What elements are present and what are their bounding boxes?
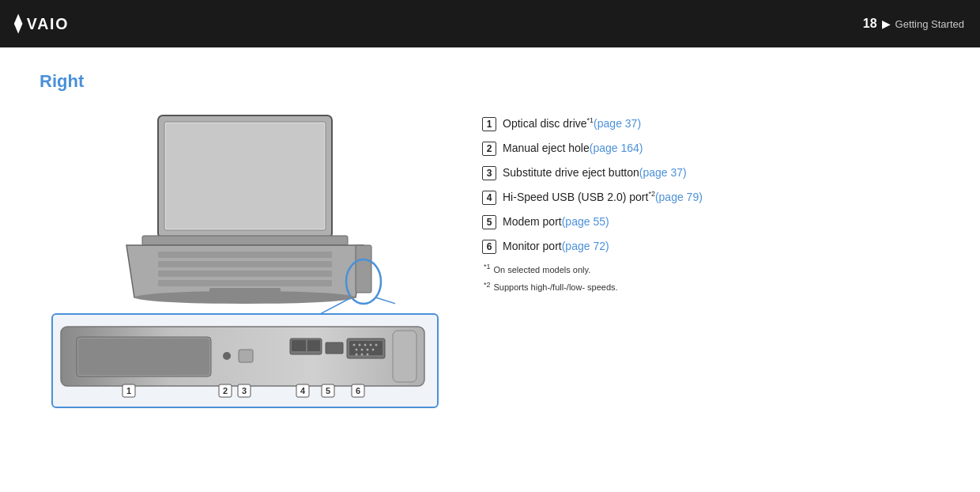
- item-number-1: 1: [482, 117, 496, 131]
- svg-point-12: [134, 291, 356, 304]
- list-item: 5 Modem port (page 55): [482, 214, 940, 230]
- svg-text:VAIO: VAIO: [27, 15, 69, 32]
- svg-text:4: 4: [300, 386, 306, 395]
- content-row: 1 2 3 4 5 6: [40, 108, 940, 408]
- svg-point-26: [353, 344, 356, 346]
- item-number-6: 6: [482, 240, 496, 254]
- svg-point-28: [364, 344, 367, 346]
- main-content: Right: [0, 47, 980, 492]
- svg-rect-10: [356, 245, 371, 293]
- svg-text:2: 2: [223, 386, 228, 395]
- list-item: 3 Substitute drive eject button (page 37…: [482, 165, 940, 181]
- svg-rect-3: [166, 123, 324, 229]
- laptop-illustration: [95, 108, 395, 321]
- item-link-6[interactable]: (page 72): [562, 238, 609, 255]
- svg-point-32: [361, 349, 364, 351]
- footnote-text-2: Supports high-/full-/low- speeds.: [494, 282, 618, 292]
- zoom-detail-svg: 1 2 3 4 5 6: [53, 315, 439, 408]
- svg-text:1: 1: [126, 386, 131, 395]
- vaio-logo: VAIO: [13, 11, 97, 36]
- svg-point-27: [359, 344, 361, 346]
- items-list: 1 Optical disc drive*1 (page 37) 2 Manua…: [482, 108, 940, 292]
- footnote-1: *1 On selected models only.: [484, 263, 940, 274]
- item-number-5: 5: [482, 215, 496, 229]
- footnote-marker-2: *2: [484, 281, 491, 293]
- item-text-1: Optical disc drive*1: [503, 115, 594, 132]
- item-text-2: Manual eject hole: [503, 140, 590, 157]
- item-text-4: Hi-Speed USB (USB 2.0) port*2: [503, 189, 655, 206]
- list-item: 1 Optical disc drive*1 (page 37): [482, 115, 940, 132]
- item-link-2[interactable]: (page 164): [590, 140, 643, 157]
- svg-rect-4: [142, 236, 348, 245]
- section-title: Getting Started: [895, 18, 964, 30]
- svg-rect-5: [158, 252, 332, 258]
- item-number-4: 4: [482, 191, 496, 205]
- svg-point-35: [356, 354, 358, 356]
- svg-point-31: [356, 349, 358, 351]
- item-link-4[interactable]: (page 79): [655, 189, 703, 206]
- footnote-marker-1: *1: [484, 263, 491, 274]
- footnote-text-1: On selected models only.: [494, 265, 591, 274]
- section-heading: Right: [40, 71, 940, 92]
- item-link-1[interactable]: (page 37): [594, 115, 641, 132]
- zoom-detail-box: 1 2 3 4 5 6: [51, 313, 439, 408]
- svg-rect-19: [239, 350, 253, 362]
- svg-rect-25: [349, 341, 383, 355]
- svg-point-37: [367, 354, 369, 356]
- svg-rect-21: [292, 340, 306, 351]
- svg-text:6: 6: [356, 386, 360, 395]
- svg-rect-8: [158, 280, 332, 286]
- svg-rect-22: [307, 340, 320, 351]
- list-item: 6 Monitor port (page 72): [482, 238, 940, 255]
- item-link-3[interactable]: (page 37): [639, 165, 687, 181]
- svg-text:3: 3: [242, 386, 247, 395]
- list-item: 2 Manual eject hole (page 164): [482, 140, 940, 157]
- item-number-2: 2: [482, 142, 496, 156]
- svg-point-29: [370, 344, 372, 346]
- list-item: 4 Hi-Speed USB (USB 2.0) port*2 (page 79…: [482, 189, 940, 206]
- svg-rect-7: [158, 271, 332, 277]
- svg-rect-17: [78, 339, 209, 375]
- header: VAIO 18 ▶ Getting Started: [0, 0, 980, 47]
- footnote-2: *2 Supports high-/full-/low- speeds.: [484, 281, 940, 293]
- svg-rect-23: [326, 343, 343, 354]
- page-info: 18 ▶ Getting Started: [863, 17, 964, 31]
- svg-point-34: [372, 349, 375, 351]
- item-text-5: Modem port: [503, 214, 562, 230]
- svg-point-33: [367, 349, 369, 351]
- item-link-5[interactable]: (page 55): [562, 214, 609, 230]
- svg-point-18: [223, 352, 231, 360]
- laptop-area: 1 2 3 4 5 6: [40, 108, 450, 408]
- arrow-icon: ▶: [882, 17, 891, 30]
- svg-point-36: [361, 354, 364, 356]
- svg-rect-6: [158, 261, 332, 267]
- item-number-3: 3: [482, 166, 496, 180]
- svg-text:5: 5: [326, 386, 330, 395]
- page-number: 18: [863, 17, 877, 31]
- svg-rect-38: [393, 331, 416, 382]
- logo-area: VAIO: [13, 11, 97, 36]
- item-text-3: Substitute drive eject button: [503, 165, 639, 181]
- item-text-6: Monitor port: [503, 238, 562, 255]
- svg-point-30: [375, 344, 378, 346]
